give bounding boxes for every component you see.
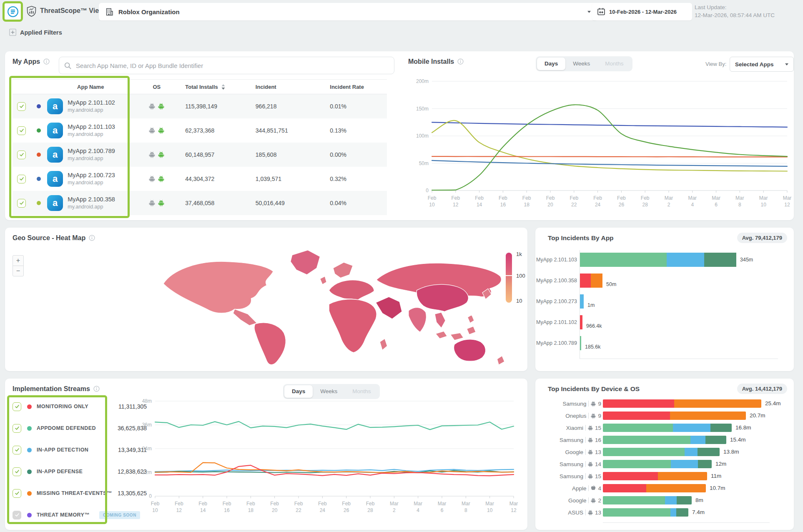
top-incidents-device-card: Top Incidents By Device & OS Avg. 14,412… [535, 379, 794, 530]
svg-text:Mar10: Mar10 [485, 501, 494, 513]
col-incident-rate[interactable]: Incident Rate [324, 84, 387, 90]
app-row-checkbox[interactable] [17, 199, 26, 208]
app-table-row: aMyApp 2.100.723my.android.app 44,304,37… [13, 167, 387, 191]
col-app-name[interactable]: App Name [47, 84, 134, 90]
tab-days[interactable]: Days [537, 58, 565, 70]
organization-selector[interactable]: Roblox Organization [99, 3, 597, 20]
tab-weeks[interactable]: Weeks [565, 58, 597, 70]
col-incident[interactable]: Incident [250, 84, 324, 90]
incident-value: 185,608 [250, 151, 324, 158]
last-update-label: Last Update: [695, 3, 775, 11]
menu-filter-button[interactable] [3, 1, 23, 22]
app-name: MyApp 2.100.723 [68, 171, 115, 179]
stream-checkbox[interactable] [13, 446, 21, 454]
device-label: Samsung15 [535, 472, 601, 480]
stream-checkbox[interactable] [13, 402, 21, 411]
device-incidents-bar[interactable] [603, 399, 761, 408]
device-name: Samsung [560, 461, 583, 467]
android-icon [149, 151, 155, 158]
incidents-bar[interactable] [580, 253, 736, 267]
bar-segment [704, 253, 736, 267]
svg-text:200m: 200m [416, 78, 429, 84]
bar-segment [591, 274, 602, 288]
device-value-label: 7.4m [692, 509, 705, 515]
view-by-value: Selected Apps [735, 61, 774, 68]
search-input[interactable] [75, 62, 389, 70]
date-range-picker[interactable]: 10-Feb-2026 - 12-Mar-2026 [592, 3, 692, 20]
app-icon: a [47, 171, 63, 187]
device-incidents-bar[interactable] [603, 424, 732, 432]
last-update: Last Update: 12-Mar-2026, 08:57:44 AM UT… [695, 3, 775, 19]
device-name: ASUS [568, 509, 583, 516]
applied-filters-toggle[interactable]: Applied Filters [9, 29, 62, 36]
check-icon [19, 103, 25, 109]
info-icon[interactable] [43, 58, 50, 66]
device-incidents-bar[interactable] [603, 460, 712, 468]
device-value-label: 15.4m [730, 437, 746, 443]
stream-label: IN-APP DEFENSE [37, 469, 118, 474]
legend-max: 1k [516, 251, 522, 257]
device-incidents-bar[interactable] [603, 448, 720, 456]
info-icon[interactable] [89, 235, 95, 243]
bar-value-label: 966.4k [586, 323, 602, 329]
view-by-label: View By: [705, 61, 726, 67]
threatscope-dashboard: ThreatScope™ View Roblox Organization 10… [0, 0, 803, 532]
incident-rate-value: 0.01% [324, 103, 387, 110]
view-by-dropdown[interactable]: Selected Apps [730, 57, 794, 72]
stream-legend-row: MISSING THREAT-EVENTS™13,305,625 [13, 488, 147, 498]
stream-checkbox[interactable] [13, 424, 21, 433]
device-label: Xiaomi15 [535, 424, 601, 432]
heatmap-legend-tick [506, 275, 512, 276]
os-version: 4 [598, 485, 601, 492]
app-row-checkbox[interactable] [17, 126, 26, 135]
info-icon[interactable] [457, 58, 464, 66]
stream-checkbox[interactable] [13, 467, 21, 476]
bar-segment [603, 496, 665, 504]
device-value-label: 16.8m [735, 424, 751, 431]
device-incidents-bar[interactable] [603, 484, 706, 492]
tab-months: Months [597, 58, 631, 70]
app-row-checkbox[interactable] [17, 151, 26, 159]
app-name: MyApp 2.101.103 [68, 123, 115, 130]
mobile-installs-line-chart: 200m150m100m50m0Feb10Feb12Feb14Feb16Feb1… [412, 75, 793, 212]
bar-segment [603, 412, 670, 420]
app-search[interactable] [59, 57, 394, 74]
stream-checkbox[interactable] [13, 489, 21, 498]
device-incidents-bar[interactable] [603, 436, 726, 444]
device-incidents-bar[interactable] [603, 496, 692, 504]
device-incidents-bar[interactable] [603, 472, 707, 480]
bar-segment [685, 448, 698, 456]
check-icon [19, 128, 25, 133]
bar-segment [677, 496, 692, 504]
android-icon [591, 498, 596, 503]
incidents-bar[interactable] [580, 315, 582, 329]
incidents-bar[interactable] [580, 336, 581, 350]
bar-segment [673, 424, 710, 432]
incident-value: 50,016,449 [250, 200, 324, 206]
world-map[interactable] [145, 244, 520, 367]
bar-segment [665, 496, 677, 504]
app-row-checkbox[interactable] [17, 175, 26, 183]
info-icon[interactable] [93, 386, 100, 394]
heatmap-legend-gradient [506, 253, 512, 303]
app-row-checkbox[interactable] [17, 102, 26, 111]
map-zoom-in-button[interactable]: + [13, 255, 24, 266]
bar-segment [710, 424, 732, 432]
svg-text:Mar10: Mar10 [759, 195, 768, 208]
android-icon [591, 401, 596, 407]
svg-text:Feb12: Feb12 [175, 501, 183, 513]
incidents-bar[interactable] [580, 274, 602, 288]
col-os[interactable]: OS [134, 84, 179, 90]
device-incidents-bar[interactable] [603, 508, 688, 517]
device-incidents-bar[interactable] [603, 412, 746, 420]
svg-text:Feb16: Feb16 [223, 501, 231, 513]
series-myapp-2-101-103 [432, 105, 787, 190]
incidents-bar[interactable] [580, 294, 584, 309]
stream-checkbox-disabled [13, 511, 21, 519]
divider [588, 413, 589, 419]
stream-label: MONITORING ONLY [37, 404, 118, 409]
app-name: MyApp 2.100.358 [68, 196, 115, 203]
map-zoom-out-button[interactable]: − [13, 266, 24, 276]
bar-segment [603, 508, 670, 517]
col-total-installs[interactable]: Total Installs [179, 84, 250, 90]
